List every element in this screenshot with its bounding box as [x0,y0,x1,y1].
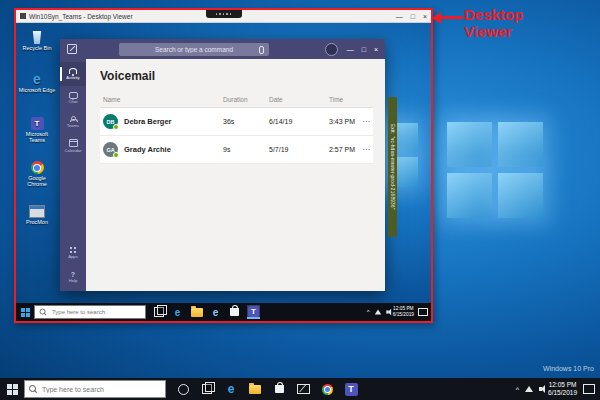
network-icon[interactable] [525,386,533,392]
desktop-viewer-window[interactable]: Win10Syn_Teams - Desktop Viewer — □ × Re… [14,8,433,323]
more-options-icon[interactable]: ⋯ [358,145,370,154]
desktop-icon-microsoft-edge[interactable]: e Microsoft Edge [18,71,56,93]
annotation-label: Desktop Viewer [464,6,523,40]
apps-grid-icon [70,247,72,249]
teams-window[interactable]: — □ × Activity Chat [60,39,385,291]
task-view-button[interactable] [199,381,215,397]
remote-system-tray: ^ 12:05 PM 6/15/2019 [367,306,431,318]
store-icon [230,308,239,316]
viewer-titlebar[interactable]: Win10Syn_Teams - Desktop Viewer — □ × [16,10,431,23]
tray-chevron-icon[interactable]: ^ [367,309,370,315]
viewer-maximize-button[interactable]: □ [411,13,415,20]
session-exit-badge[interactable]: Exit: "vc-hdxa-master-prod-2168936" [388,97,397,237]
chrome-icon [322,384,333,395]
edge-icon: e [175,307,181,318]
teams-search-input[interactable] [119,45,269,54]
host-taskbar: e T ^ 12:05 PM 6/15/2019 [0,378,600,400]
mail-icon [297,384,310,394]
microphone-icon[interactable] [259,46,264,54]
user-avatar[interactable] [325,43,338,56]
teams-close-button[interactable]: × [374,46,378,53]
teams-maximize-button[interactable]: □ [362,46,366,53]
desktop-icon-google-chrome[interactable]: Google Chrome [18,159,56,187]
rail-item-chat[interactable]: Chat [60,86,86,110]
taskbar-store-button[interactable] [228,305,241,319]
desktop-icon-microsoft-teams[interactable]: T Microsoft Teams [18,115,56,143]
new-chat-icon[interactable] [67,44,77,54]
search-icon [40,309,47,316]
chrome-icon [31,161,44,174]
teams-titlebar[interactable]: — □ × [60,39,385,59]
remote-clock[interactable]: 12:05 PM 6/15/2019 [393,306,414,318]
teams-icon: T [31,117,44,130]
taskbar-teams-button[interactable]: T [343,381,359,397]
voicemail-caller-name: Grady Archie [124,145,171,154]
volume-icon[interactable] [539,387,542,391]
desktop-icon-procmon[interactable]: ProcMon [18,203,56,225]
col-name: Name [103,96,223,103]
voicemail-caller-name: Debra Berger [124,117,172,126]
taskbar-ie-button[interactable]: e [209,305,222,319]
rail-item-activity[interactable]: Activity [60,62,86,86]
edge-icon: e [228,382,235,396]
search-icon [29,385,37,393]
store-icon [275,385,284,393]
table-header-row: Name Duration Date Time [100,96,373,108]
folder-icon [191,308,203,317]
screenshot-stage: Windows 10 Pro Win10Syn_Teams - Desktop … [0,0,600,400]
viewer-minimize-button[interactable]: — [396,13,403,20]
avatar: GA [103,142,118,157]
rail-item-help[interactable]: ? Help [60,265,86,289]
host-search-input[interactable] [40,385,161,394]
desktop-icon-recycle-bin[interactable]: Recycle Bin [18,29,56,51]
rail-item-apps[interactable]: Apps [60,241,86,265]
voicemail-table: Name Duration Date Time DB De [100,96,373,164]
host-start-button[interactable] [0,378,24,400]
col-duration: Duration [223,96,269,103]
host-search-box[interactable] [24,380,166,398]
taskbar-edge-button[interactable]: e [223,381,239,397]
teams-main-panel: Voicemail Name Duration Date Time [86,59,385,291]
folder-icon [249,385,261,394]
voicemail-duration: 9s [223,146,269,153]
remote-search-box[interactable] [34,305,146,319]
network-icon[interactable] [374,310,380,315]
tray-chevron-icon[interactable]: ^ [516,386,519,393]
cortana-icon [178,384,189,395]
windows-logo-wallpaper [447,122,543,218]
taskbar-edge-button[interactable]: e [171,305,184,319]
windows-start-icon [7,384,18,395]
remote-start-button[interactable] [16,303,34,321]
voicemail-time: 3:43 PM [329,118,358,125]
rail-item-calendar[interactable]: Calendar [60,134,86,158]
more-options-icon[interactable]: ⋯ [358,117,370,126]
taskbar-store-button[interactable] [271,381,287,397]
task-view-icon [202,384,212,394]
action-center-icon[interactable] [418,308,428,316]
teams-minimize-button[interactable]: — [347,46,354,53]
action-center-icon[interactable] [583,384,595,394]
teams-search-box[interactable] [119,43,269,56]
viewer-toolbar-grip[interactable] [206,10,242,18]
table-row[interactable]: GA Grady Archie 9s 5/7/19 2:57 PM ⋯ [100,136,373,164]
taskbar-mail-button[interactable] [295,381,311,397]
teams-icon: T [345,383,358,396]
volume-icon[interactable] [386,310,388,313]
taskbar-file-explorer-button[interactable] [247,381,263,397]
taskbar-teams-button-active[interactable]: T [247,305,260,319]
remote-search-input[interactable] [50,308,141,316]
table-row[interactable]: DB Debra Berger 36s 6/14/19 3:43 PM ⋯ [100,108,373,136]
host-system-tray: ^ 12:05 PM 6/15/2019 [516,381,600,397]
voicemail-date: 5/7/19 [269,146,329,153]
host-clock[interactable]: 12:05 PM 6/15/2019 [548,381,577,397]
recycle-bin-icon [32,31,42,44]
rail-item-teams[interactable]: Teams [60,110,86,134]
voicemail-time: 2:57 PM [329,146,358,153]
col-time: Time [329,96,358,103]
task-view-button[interactable] [152,305,165,319]
taskbar-file-explorer-button[interactable] [190,305,203,319]
citrix-app-icon [20,13,26,19]
viewer-close-button[interactable]: × [423,13,427,20]
taskbar-chrome-button[interactable] [319,381,335,397]
cortana-button[interactable] [175,381,191,397]
